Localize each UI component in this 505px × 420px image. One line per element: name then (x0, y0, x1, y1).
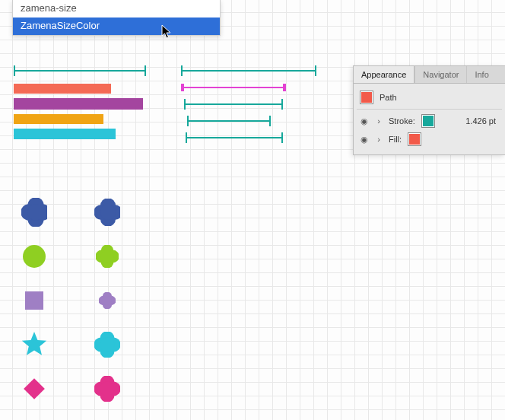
range-3 (187, 116, 271, 126)
panel-tabs[interactable]: AppearanceNavigatorInfo (354, 66, 505, 84)
range-0 (181, 65, 316, 76)
svg-point-33 (100, 381, 114, 396)
svg-point-4 (27, 204, 43, 220)
right-range-group (181, 65, 316, 149)
dropdown-item-0[interactable]: zamena-size (13, 0, 220, 18)
svg-point-27 (100, 337, 114, 352)
shape-quatrefoil-2-1 (94, 288, 120, 313)
disclosure-icon[interactable]: › (375, 135, 383, 144)
range-1 (181, 82, 286, 93)
shape-star-3-0 (21, 332, 47, 358)
shape-quatrefoil-1-1 (94, 243, 120, 269)
shape-square-2-0 (21, 288, 47, 313)
range-4 (186, 132, 283, 143)
visibility-icon[interactable]: ◉ (360, 135, 369, 145)
shape-quatrefoil-4-1 (94, 376, 120, 402)
bar-1 (14, 84, 111, 94)
shape-quatrefoil-3-1 (94, 332, 120, 358)
svg-marker-22 (22, 332, 46, 355)
svg-point-15 (101, 250, 114, 263)
shape-grid (21, 190, 120, 411)
bar-0 (14, 65, 146, 76)
shape-circle-1-0 (21, 243, 47, 269)
svg-rect-16 (25, 291, 43, 310)
svg-rect-28 (24, 378, 45, 399)
tab-appearance[interactable]: Appearance (354, 66, 414, 83)
left-bar-group (14, 65, 146, 144)
attr-label: Fill: (389, 135, 402, 144)
bar-3 (14, 114, 103, 124)
tab-info[interactable]: Info (466, 66, 496, 83)
action-dropdown[interactable]: zamena-sizeZamenaSizeColor (12, 0, 221, 36)
svg-point-9 (100, 205, 116, 220)
cursor-icon (161, 24, 173, 40)
svg-point-21 (103, 296, 112, 305)
attr-value: 1.426 pt (465, 116, 499, 126)
object-label: Path (380, 93, 397, 102)
range-2 (184, 99, 283, 110)
attr-label: Stroke: (389, 116, 415, 126)
shape-diamond-4-0 (21, 376, 47, 402)
object-row: Path (358, 88, 500, 107)
visibility-icon[interactable]: ◉ (360, 116, 369, 126)
bar-2 (14, 98, 143, 110)
dropdown-item-1[interactable]: ZamenaSizeColor (13, 18, 220, 35)
shape-quatrefoil-0-0 (21, 199, 47, 225)
svg-point-10 (23, 245, 46, 268)
disclosure-icon[interactable]: › (375, 116, 383, 126)
attr-row-stroke[interactable]: ◉›Stroke:1.426 pt (358, 112, 500, 130)
attr-row-fill[interactable]: ◉›Fill: (358, 130, 500, 148)
tab-navigator[interactable]: Navigator (414, 66, 466, 83)
appearance-panel[interactable]: AppearanceNavigatorInfo Path ◉›Stroke:1.… (353, 65, 505, 155)
shape-quatrefoil-0-1 (94, 199, 120, 225)
attr-swatch-icon[interactable] (421, 114, 435, 128)
object-swatch-icon (360, 91, 373, 104)
attr-swatch-icon[interactable] (408, 132, 421, 146)
bar-4 (14, 129, 116, 139)
divider (357, 109, 502, 110)
